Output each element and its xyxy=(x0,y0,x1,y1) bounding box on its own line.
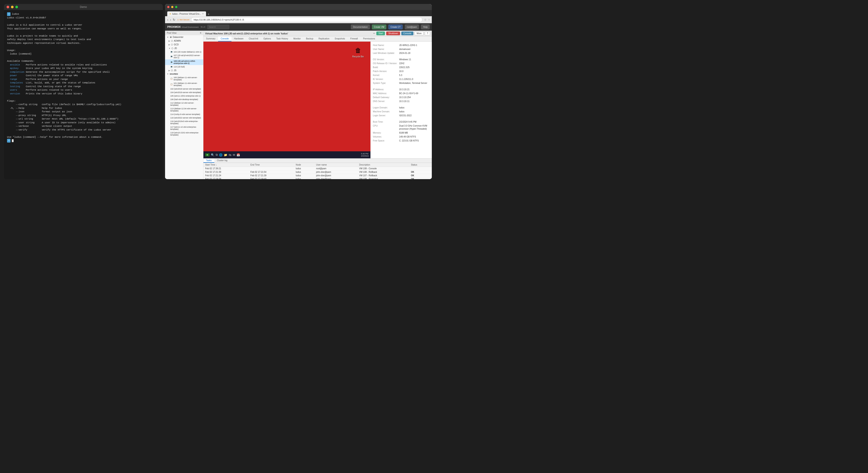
bottom-tab-tasks[interactable]: Tasks xyxy=(204,159,214,163)
taskbar-search-icon[interactable]: 🔍 xyxy=(211,153,214,157)
vm-taskbar-icons: 🔍 ⧉ 🌐 📁 🛍 ✉ 📅 xyxy=(211,153,240,157)
taskbar-edge-icon[interactable]: 🌐 xyxy=(219,153,222,157)
share-button[interactable]: ↑ xyxy=(428,18,430,21)
help-vm-button[interactable]: ? xyxy=(425,32,430,35)
summary-hostname-value: JD-WIN11-22H2-1 xyxy=(399,44,430,47)
admin-node-icon: ⬡ xyxy=(171,40,173,42)
sidebar-tpl-116b[interactable]: 116 (win2019v3-x64-enterprise-template) xyxy=(165,120,203,125)
gcd-expand-icon: ▶ xyxy=(168,43,170,46)
output-cmd-templates: templates List, build, add, or get the s… xyxy=(7,81,160,85)
sidebar-vm-108[interactable]: 💻 108 (JD-ad-win11-22h2-enterprise-x64-1… xyxy=(165,59,203,65)
browser-titlebar xyxy=(165,4,432,10)
sidebar-vm-102[interactable]: 💻 102 (JD-router-debian11-v04-1) xyxy=(165,50,203,54)
summary-os-release-row: OS Release ID / Version: 22H2 xyxy=(373,62,430,65)
close-button[interactable] xyxy=(7,6,9,8)
start-vm-button[interactable]: Start xyxy=(376,32,385,35)
tab-summary[interactable]: Summary xyxy=(204,36,218,41)
summary-machine-domain-row: Machine Domain: ludus xyxy=(373,110,430,113)
refresh-button[interactable]: ↻ xyxy=(173,18,175,22)
col-node: Node xyxy=(294,163,314,167)
sidebar-tpl-104[interactable]: 104 (win2019-server-x64-template) xyxy=(165,91,203,94)
tab-firewall[interactable]: Firewall xyxy=(348,36,360,41)
sidebar-gcd-node[interactable]: ▶ ⬡ GCD xyxy=(165,43,203,46)
sidebar-tpl-118[interactable]: 118 (win10-21h2-x64-enterprise-template) xyxy=(165,131,203,137)
task-start-4: Feb 02 17:19:29 xyxy=(204,177,249,179)
summary-ip-row: IP Address: 10.3.10.21 xyxy=(373,88,430,91)
more-vm-button[interactable]: More xyxy=(415,32,424,35)
table-row[interactable]: Feb 02 17:39:21 ludus root@pam VM 108 - … xyxy=(204,167,432,170)
tab-replication[interactable]: Replication xyxy=(316,36,332,41)
tab-permissions[interactable]: Permissions xyxy=(361,36,378,41)
back-button[interactable]: ‹ xyxy=(167,18,168,22)
bookmark-button[interactable]: ☆ xyxy=(424,18,427,21)
sidebar-tpl-101[interactable]: 📋 101 (debian-11-v64-server-template) xyxy=(165,81,203,87)
address-input[interactable] xyxy=(191,17,423,22)
sidebar-tpl-102[interactable]: 102 (win2019-server-x64-template) xyxy=(165,87,203,91)
summary-memory-row: Memory: 8188 MB xyxy=(373,131,430,134)
help-button[interactable]: Help xyxy=(421,25,430,29)
tab-console[interactable]: Console xyxy=(218,36,231,41)
create-vm-button[interactable]: Create VM xyxy=(372,25,386,29)
recycle-bin-label: Recycle Bin xyxy=(352,56,364,58)
taskbar-mail-icon[interactable]: ✉ xyxy=(233,153,235,157)
documentation-button[interactable]: Documentation xyxy=(351,25,370,29)
task-node-2: ludus xyxy=(294,170,314,174)
browser-close[interactable] xyxy=(167,6,169,8)
tab-options[interactable]: Options xyxy=(261,36,274,41)
vm-110-icon: 💻 xyxy=(170,66,173,68)
col-username: User name xyxy=(314,163,358,167)
sidebar-tpl-105[interactable]: 105 (win11-22h2-enterprise-x64-1) xyxy=(165,94,203,98)
sidebar-tpl-106[interactable]: 106 (kali-x64-desktop-template) xyxy=(165,98,203,101)
sidebar-tpl-113[interactable]: 113 (debian-12.04-x64-server-template) xyxy=(165,107,203,112)
console-vm-button[interactable]: Console xyxy=(401,32,413,35)
edit-icon[interactable]: ✏ xyxy=(373,32,375,35)
tab-backup[interactable]: Backup xyxy=(303,36,316,41)
minimize-button[interactable] xyxy=(11,6,13,8)
sidebar-vm-110[interactable]: 💻 110 (JD-kali) xyxy=(165,65,203,69)
admin-expand-icon: ▶ xyxy=(168,40,170,42)
browser-maximize[interactable] xyxy=(175,6,177,8)
windows-start-button[interactable]: ⊞ xyxy=(205,153,210,156)
create-ct-button[interactable]: Create CT xyxy=(389,25,402,29)
sidebar-vm-107[interactable]: 💻 107 (JD-ad-jd-win2022-server-x64-1) xyxy=(165,54,203,59)
sidebar-tpl-117[interactable]: 117 (win11-v2-x64-enterprise-template) xyxy=(165,125,203,131)
gcd-node-icon: ⬡ xyxy=(171,43,173,46)
new-tab-button[interactable]: + xyxy=(207,12,211,16)
sidebar-admin-node[interactable]: ▶ ⬡ ADMIN xyxy=(165,39,203,43)
user-button[interactable]: root@pam xyxy=(405,25,419,29)
sidebar-tpl-112[interactable]: 112 (debian-12-x64-server-template) xyxy=(165,101,203,107)
pve-search-input[interactable] xyxy=(207,25,229,29)
sidebar-tpl-114[interactable]: 114 (rocky-9-x64-server-template) xyxy=(165,112,203,116)
sidebar-shared[interactable]: ▼ SHARED xyxy=(165,72,203,76)
tab-hardware[interactable]: Hardware xyxy=(231,36,246,41)
tab-cloud-init[interactable]: Cloud-Init xyxy=(246,36,261,41)
summary-build-row: Build: 22621.525 xyxy=(373,66,430,69)
taskbar-explorer-icon[interactable]: 📁 xyxy=(224,153,227,157)
tab-snapshots[interactable]: Snapshots xyxy=(332,36,348,41)
sidebar-datacenter[interactable]: ▼ 🖥 Datacenter xyxy=(165,35,203,39)
vm-title: Virtual Machine 108 (JD-ad-win11-22h2-en… xyxy=(205,32,372,35)
forward-button[interactable]: › xyxy=(170,18,171,22)
tab-monitor[interactable]: Monitor xyxy=(291,36,303,41)
bottom-tab-cluster-log[interactable]: Cluster log xyxy=(214,159,230,163)
maximize-button[interactable] xyxy=(16,6,18,8)
sidebar-jd-node[interactable]: ▼ ⬡ JD xyxy=(165,46,203,50)
taskbar-task-view-icon[interactable]: ⧉ xyxy=(216,153,218,157)
browser-tab-proxmox[interactable]: ⊕ ludus - Proxmox Virtual Env... ✕ xyxy=(167,11,206,16)
close-tab-btn[interactable]: ✕ xyxy=(202,13,204,15)
vm-display[interactable]: 🗑 Recycle Bin ⊞ 🔍 ⧉ xyxy=(204,42,370,158)
sidebar-tpl-100[interactable]: 📋 100 (debian-11-v64-server-template) xyxy=(165,76,203,81)
recycle-bin-desktop-icon[interactable]: 🗑 Recycle Bin xyxy=(352,46,364,58)
prompt-arrow-cursor: ➜ xyxy=(7,139,10,142)
sidebar-js-node[interactable]: ▶ ⬡ JS xyxy=(165,69,203,72)
browser-minimize[interactable] xyxy=(171,6,174,8)
table-row[interactable]: Feb 02 17:21:39 Feb 02 17:21:54 ludus jo… xyxy=(204,170,432,174)
table-row[interactable]: Feb 02 17:21:24 Feb 02 17:21:39 ludus jo… xyxy=(204,174,432,177)
table-row[interactable]: Feb 02 17:19:29 Feb 02 17:19:40 ludus jo… xyxy=(204,177,432,179)
shutdown-vm-button[interactable]: Shutdown xyxy=(386,32,400,35)
tab-task-history[interactable]: Task History xyxy=(274,36,291,41)
task-status-3: OK xyxy=(409,174,432,177)
taskbar-store-icon[interactable]: 🛍 xyxy=(228,153,231,157)
taskbar-calendar-icon[interactable]: 📅 xyxy=(237,153,240,157)
sidebar-tpl-116a[interactable]: 116 (win2022-server-x64-template) xyxy=(165,116,203,120)
